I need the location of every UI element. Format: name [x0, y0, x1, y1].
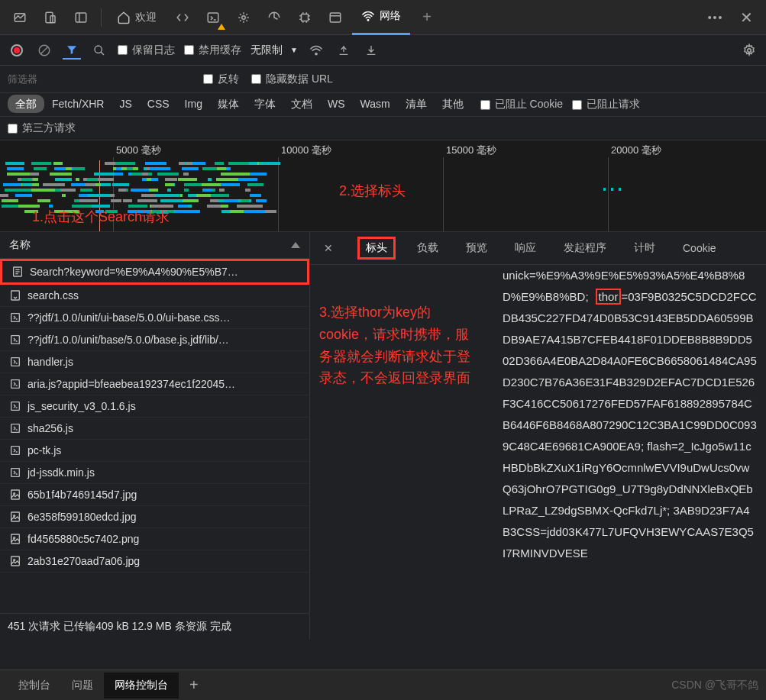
file-type-icon — [9, 334, 21, 346]
network-conditions-icon[interactable] — [307, 41, 325, 60]
request-row[interactable]: Search?keyword=%E9%A4%90%E5%B7… — [0, 259, 309, 285]
file-name: search.css — [27, 289, 79, 302]
type-JS[interactable]: JS — [112, 95, 139, 113]
third-party-checkbox[interactable]: 第三方请求 — [8, 121, 758, 135]
request-row[interactable]: js_security_v3_0.1.6.js — [0, 395, 309, 418]
request-row[interactable]: jd-jssdk.min.js — [0, 462, 309, 484]
svg-rect-3 — [76, 13, 86, 22]
file-name: ??jdf/1.0.0/unit/ui-base/5.0.0/ui-base.c… — [27, 311, 230, 324]
search-button[interactable] — [90, 41, 108, 60]
detail-pane: ✕ 标头负载预览响应发起程序计时Cookie 3.选择thor为key的cook… — [310, 232, 766, 640]
detail-tab-5[interactable]: 计时 — [628, 237, 661, 260]
disable-cache-checkbox[interactable]: 禁用缓存 — [184, 44, 241, 57]
request-row[interactable]: 2ab31e270aad7a06.jpg — [0, 550, 309, 573]
request-row[interactable]: fd4565880c5c7402.png — [0, 528, 309, 550]
export-icon[interactable] — [362, 41, 380, 60]
performance-icon[interactable] — [260, 4, 288, 31]
request-row[interactable]: 65b1f4b7469145d7.jpg — [0, 484, 309, 506]
name-column-header[interactable]: 名称 — [9, 238, 31, 252]
clear-button[interactable] — [35, 41, 53, 60]
type-全部[interactable]: 全部 — [8, 95, 44, 113]
hide-data-urls-checkbox[interactable]: 隐藏数据 URL — [251, 73, 333, 86]
annotation-2: 2.选择标头 — [339, 182, 406, 200]
sort-icon[interactable] — [291, 242, 300, 248]
file-name: 6e358f599180edcd.jpg — [27, 511, 136, 523]
panel-icon[interactable] — [67, 4, 95, 31]
request-row[interactable]: handler.js — [0, 351, 309, 373]
type-CSS[interactable]: CSS — [140, 95, 177, 113]
request-list[interactable]: Search?keyword=%E9%A4%90%E5%B7…search.cs… — [0, 259, 309, 613]
throttle-select[interactable]: 无限制▼ — [250, 44, 298, 57]
add-tab-icon[interactable]: + — [413, 4, 441, 31]
detail-tab-4[interactable]: 发起程序 — [558, 237, 612, 260]
svg-rect-8 — [330, 13, 341, 22]
detail-tab-2[interactable]: 预览 — [460, 237, 493, 260]
dock-icon[interactable] — [6, 4, 34, 31]
svg-line-14 — [101, 52, 104, 55]
type-媒体[interactable]: 媒体 — [210, 95, 247, 113]
import-icon[interactable] — [335, 41, 353, 60]
type-字体[interactable]: 字体 — [247, 95, 283, 113]
tab-network[interactable]: 网络 — [352, 0, 410, 35]
invert-checkbox[interactable]: 反转 — [203, 73, 239, 86]
file-name: js_security_v3_0.1.6.js — [27, 400, 136, 412]
request-row[interactable]: ??jdf/1.0.0/unit/ui-base/5.0.0/ui-base.c… — [0, 307, 309, 329]
svg-rect-30 — [11, 490, 20, 499]
drawer-tab-0[interactable]: 控制台 — [8, 673, 61, 698]
tab-welcome[interactable]: 欢迎 — [108, 0, 166, 35]
file-type-icon — [9, 356, 21, 368]
filter-toggle[interactable] — [63, 41, 81, 60]
type-Img[interactable]: Img — [177, 95, 210, 113]
type-其他[interactable]: 其他 — [435, 95, 471, 113]
type-清单[interactable]: 清单 — [398, 95, 435, 113]
device-icon[interactable] — [37, 4, 64, 31]
file-name: sha256.js — [27, 422, 73, 434]
sources-icon[interactable] — [230, 4, 257, 31]
filter-input[interactable] — [8, 73, 191, 85]
file-type-icon — [9, 444, 21, 456]
waterfall-timeline[interactable]: 5000 毫秒10000 毫秒15000 毫秒20000 毫秒 1.点击这个Se… — [0, 140, 766, 232]
request-row[interactable]: search.css — [0, 285, 309, 307]
detail-tab-0[interactable]: 标头 — [357, 237, 396, 260]
drawer-tab-1[interactable]: 问题 — [61, 673, 104, 698]
request-row[interactable]: aria.js?appid=bfeaebea192374ec1f22045… — [0, 373, 309, 395]
type-Fetch/XHR[interactable]: Fetch/XHR — [44, 95, 112, 113]
file-name: ??jdf/1.0.0/unit/base/5.0.0/base.js,jdf/… — [27, 334, 229, 346]
memory-icon[interactable] — [291, 4, 318, 31]
close-devtools-icon[interactable]: ✕ — [732, 4, 760, 31]
elements-icon[interactable] — [169, 4, 196, 31]
detail-tab-6[interactable]: Cookie — [677, 237, 722, 259]
more-icon[interactable]: ••• — [702, 4, 729, 31]
close-detail-icon[interactable]: ✕ — [319, 239, 338, 257]
csdn-watermark: CSDN @飞哥不鸽 — [671, 679, 758, 692]
type-文档[interactable]: 文档 — [283, 95, 320, 113]
file-name: fd4565880c5c7402.png — [27, 533, 139, 545]
file-name: 2ab31e270aad7a06.jpg — [27, 555, 140, 567]
type-Wasm[interactable]: Wasm — [353, 95, 398, 113]
settings-icon[interactable] — [740, 41, 758, 60]
svg-point-15 — [315, 53, 317, 54]
request-row[interactable]: ??jdf/1.0.0/unit/base/5.0.0/base.js,jdf/… — [0, 329, 309, 351]
detail-tab-3[interactable]: 响应 — [509, 237, 542, 260]
svg-rect-1 — [46, 12, 53, 23]
add-drawer-tab[interactable]: + — [182, 676, 206, 694]
type-WS[interactable]: WS — [320, 95, 353, 113]
application-icon[interactable] — [322, 4, 349, 31]
detail-tab-1[interactable]: 负载 — [411, 237, 444, 260]
svg-point-31 — [14, 493, 15, 495]
file-name: 65b1f4b7469145d7.jpg — [27, 489, 137, 501]
file-name: handler.js — [27, 356, 73, 368]
file-name: Search?keyword=%E9%A4%90%E5%B7… — [30, 266, 238, 278]
console-icon[interactable] — [199, 4, 227, 31]
record-button[interactable] — [8, 41, 26, 60]
drawer-tab-2[interactable]: 网络控制台 — [104, 673, 179, 698]
svg-rect-5 — [208, 13, 218, 22]
resource-types: 全部Fetch/XHRJSCSSImg媒体字体文档WSWasm清单其他 已阻止 … — [0, 93, 766, 117]
blocked-request-checkbox[interactable]: 已阻止请求 — [572, 98, 640, 111]
request-row[interactable]: pc-tk.js — [0, 440, 309, 462]
annotation-1: 1.点击这个Search请求 — [32, 208, 170, 226]
preserve-log-checkbox[interactable]: 保留日志 — [118, 44, 175, 57]
request-row[interactable]: 6e358f599180edcd.jpg — [0, 506, 309, 528]
blocked-cookie-checkbox[interactable]: 已阻止 Cookie — [480, 98, 563, 111]
request-row[interactable]: sha256.js — [0, 418, 309, 440]
